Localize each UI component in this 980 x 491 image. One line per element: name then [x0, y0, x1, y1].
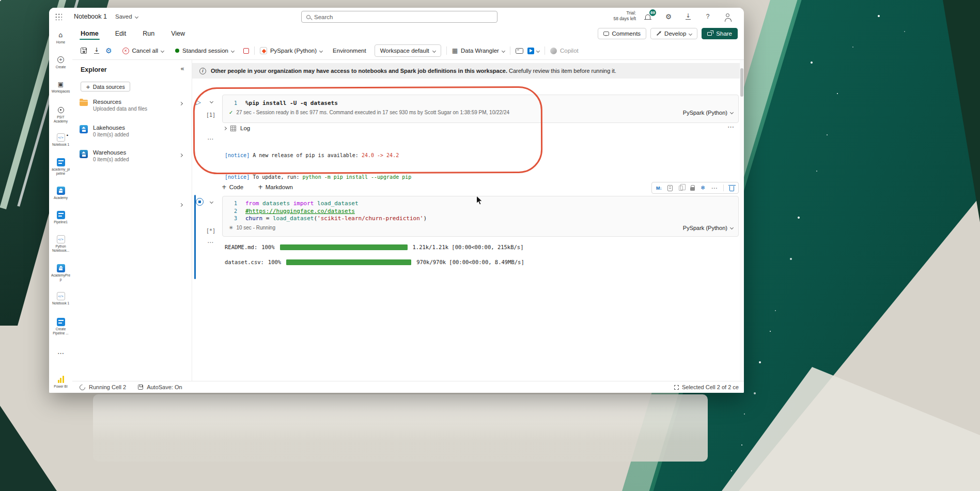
chevron-down-icon[interactable]	[536, 49, 540, 52]
chevron-right-icon[interactable]	[179, 203, 183, 207]
download-button[interactable]: ↓	[681, 10, 695, 23]
tab-home[interactable]: Home	[80, 25, 100, 42]
language-selector[interactable]: PySpark (Python)	[260, 47, 322, 54]
tab-edit[interactable]: Edit	[114, 25, 128, 42]
explorer-item-lakehouses[interactable]: Lakehouses 0 item(s) added	[80, 125, 189, 137]
rail-item-workspaces[interactable]: ▣ Workspaces	[49, 80, 72, 94]
notebook-icon: </>	[57, 133, 65, 142]
notifications-button[interactable]: 69	[641, 10, 655, 23]
add-code-cell-button[interactable]: + Code	[222, 183, 243, 191]
vertical-scrollbar[interactable]	[740, 60, 744, 381]
rail-item-notebook-1b[interactable]: </> Notebook 1	[49, 291, 72, 305]
rail-item-academy-pipeline[interactable]: academy_pi peline	[49, 158, 72, 175]
copy-icon[interactable]	[679, 186, 685, 191]
download-arrow-glyph: ↓	[686, 13, 690, 19]
help-button[interactable]: ?	[701, 10, 714, 23]
autosave-label[interactable]: AutoSave: On	[147, 384, 182, 390]
session-status-dropdown[interactable]: Standard session	[175, 48, 234, 54]
console-icon[interactable]	[516, 48, 523, 54]
notebook-title[interactable]: Notebook 1	[74, 8, 107, 25]
rail-item-power-bi[interactable]: Power BI	[49, 375, 72, 389]
plus-icon: +	[222, 183, 227, 191]
data-sources-button[interactable]: + Data sources	[81, 82, 130, 91]
output-more-actions-icon[interactable]: ⋯	[207, 135, 214, 143]
cell-2-kernel-selector[interactable]: PySpark (Python)	[683, 225, 733, 231]
settings-button[interactable]: ⚙	[662, 10, 675, 23]
lock-icon[interactable]	[690, 185, 695, 191]
identifier-token: load_dataset	[314, 200, 358, 208]
rail-item-pipeline1[interactable]: Pipeline1	[49, 210, 72, 224]
chevron-right-icon[interactable]	[179, 102, 183, 105]
rail-item-academy[interactable]: Academy	[49, 186, 72, 200]
convert-to-markdown-icon[interactable]: M↓	[656, 186, 662, 191]
tab-view[interactable]: View	[170, 25, 186, 42]
save-icon[interactable]	[81, 48, 87, 54]
account-button[interactable]	[721, 10, 734, 23]
toolbar-divider	[545, 47, 545, 55]
rail-item-create[interactable]: + Create	[49, 55, 72, 69]
log-more-actions-icon[interactable]: ⋯	[727, 123, 735, 131]
share-button[interactable]: Share	[702, 28, 738, 39]
log-text: A new release of pip is available:	[250, 152, 362, 158]
chevron-down-icon[interactable]	[210, 100, 213, 103]
mouse-cursor	[476, 195, 483, 206]
freeze-cell-icon[interactable]: ❄	[701, 185, 705, 191]
stop-running-cell-button[interactable]	[196, 198, 204, 206]
status-bar: Running Cell 2 AutoSave: On Selected Cel…	[72, 381, 744, 393]
app-launcher-button[interactable]	[52, 10, 65, 23]
export-download-icon[interactable]: ↓	[94, 48, 99, 54]
banner-text: Other people in your organization may ha…	[211, 68, 616, 74]
cancel-all-button[interactable]: × Cancel all	[122, 48, 164, 54]
operator-token: =	[262, 215, 273, 223]
session-settings-gear-icon[interactable]: ⚙	[105, 47, 112, 55]
lakehouse-icon	[57, 186, 65, 195]
run-cell-button[interactable]: ▷	[196, 98, 201, 106]
rail-item-notebook-1[interactable]: • </> Notebook 1	[49, 133, 72, 147]
log-section-header[interactable]: Log	[224, 125, 250, 131]
tab-run[interactable]: Run	[142, 25, 155, 42]
more-actions-icon[interactable]: ⋯	[711, 185, 717, 192]
top-app-bar: Notebook 1 Saved Trial: 58 days left 69 …	[49, 8, 744, 25]
item-name: Resources	[93, 99, 147, 105]
rail-item-academyprep[interactable]: AcademyPre p	[49, 264, 72, 281]
delete-cell-icon[interactable]	[729, 185, 734, 191]
workspace-selector[interactable]: Workspace default	[375, 44, 441, 57]
chevron-down-icon[interactable]	[210, 200, 213, 204]
develop-button[interactable]: Develop	[650, 28, 697, 39]
output-more-actions-icon[interactable]: ⋯	[207, 239, 214, 246]
cancel-icon: ×	[122, 48, 129, 54]
code-glyph: </>	[57, 133, 65, 142]
stop-session-icon[interactable]	[243, 48, 249, 54]
autosave-icon	[138, 385, 143, 390]
cell-1[interactable]: 1 %pip install -U -q datasets ✓ 27 sec -…	[222, 95, 739, 123]
copilot-button[interactable]: Copilot	[550, 48, 579, 54]
rail-item-home[interactable]: ⌂ Home	[49, 30, 72, 44]
plus-icon: +	[258, 183, 263, 191]
line-number: 3	[223, 215, 245, 223]
collapse-panel-icon[interactable]: «	[180, 65, 184, 72]
add-markdown-label: Markdown	[266, 184, 293, 190]
notebook-toolbar: ↓ ⚙ × Cancel all Standard session PySpar…	[72, 42, 744, 60]
save-state-dropdown[interactable]: Saved	[115, 8, 138, 25]
explorer-item-resources[interactable]: Resources Uploaded data and files	[80, 99, 189, 112]
rail-item-python-notebook[interactable]: </> Python Notebook...	[49, 235, 72, 252]
rail-item-psit-academy[interactable]: PSIT Academy	[49, 105, 72, 123]
vscode-icon[interactable]	[527, 48, 534, 54]
add-markdown-cell-button[interactable]: + Markdown	[258, 183, 293, 191]
chevron-down-icon	[432, 49, 436, 52]
explorer-item-warehouses[interactable]: Warehouses 0 item(s) added	[80, 149, 189, 162]
comments-button[interactable]: Comments	[598, 28, 647, 39]
folder-icon	[80, 100, 88, 106]
search-box[interactable]	[301, 11, 497, 23]
data-wrangler-button[interactable]: ▦ Data Wrangler	[452, 47, 505, 54]
rail-item-create-pipeline[interactable]: Create Pipeline ...	[49, 317, 72, 335]
security-banner: i Other people in your organization may …	[192, 63, 740, 79]
environment-menu[interactable]: Environment	[333, 48, 366, 54]
scrollbar-thumb[interactable]	[740, 68, 743, 97]
rail-item-more[interactable]: ⋯	[49, 349, 72, 359]
pyspark-icon	[260, 47, 267, 54]
pipeline-icon	[57, 317, 65, 326]
parameter-cell-icon[interactable]	[667, 185, 673, 191]
search-input[interactable]	[314, 14, 492, 20]
cell-1-kernel-selector[interactable]: PySpark (Python)	[683, 110, 733, 116]
